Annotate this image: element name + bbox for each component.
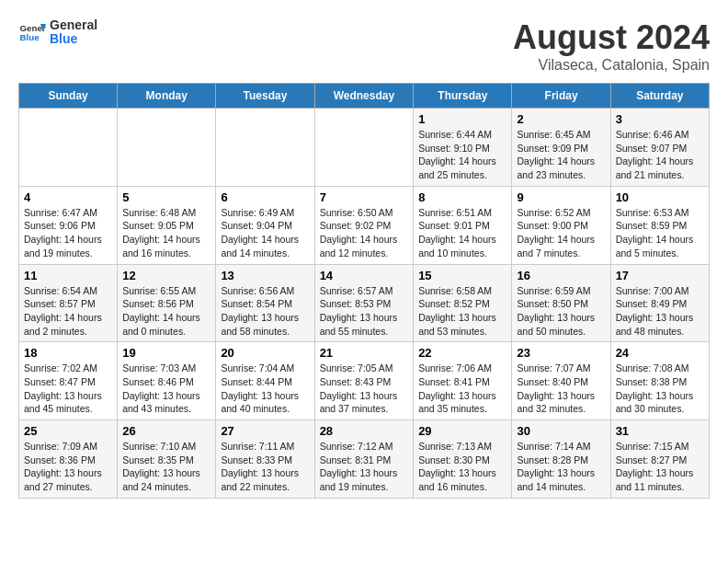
calendar-cell: 15Sunrise: 6:58 AM Sunset: 8:52 PM Dayli… [414, 264, 512, 342]
day-number: 3 [616, 112, 704, 126]
day-info: Sunrise: 7:07 AM Sunset: 8:40 PM Dayligh… [517, 362, 605, 416]
calendar-cell: 22Sunrise: 7:06 AM Sunset: 8:41 PM Dayli… [414, 342, 512, 420]
calendar-cell: 26Sunrise: 7:10 AM Sunset: 8:35 PM Dayli… [118, 420, 216, 499]
day-info: Sunrise: 7:03 AM Sunset: 8:46 PM Dayligh… [122, 362, 210, 416]
svg-text:Blue: Blue [20, 32, 40, 42]
day-info: Sunrise: 7:13 AM Sunset: 8:30 PM Dayligh… [418, 440, 506, 494]
calendar-week-3: 11Sunrise: 6:54 AM Sunset: 8:57 PM Dayli… [19, 264, 710, 342]
logo: General Blue General Blue [18, 18, 97, 47]
calendar-cell: 29Sunrise: 7:13 AM Sunset: 8:30 PM Dayli… [414, 420, 512, 499]
day-number: 9 [517, 190, 605, 204]
calendar-cell: 19Sunrise: 7:03 AM Sunset: 8:46 PM Dayli… [118, 342, 216, 420]
day-number: 26 [122, 424, 210, 438]
day-number: 29 [418, 424, 506, 438]
calendar-cell [19, 109, 118, 187]
day-info: Sunrise: 6:44 AM Sunset: 9:10 PM Dayligh… [418, 128, 506, 182]
logo-icon: General Blue [18, 18, 46, 46]
day-number: 14 [320, 269, 409, 282]
day-number: 21 [320, 346, 409, 360]
day-info: Sunrise: 6:51 AM Sunset: 9:01 PM Dayligh… [418, 206, 506, 260]
calendar-cell: 16Sunrise: 6:59 AM Sunset: 8:50 PM Dayli… [512, 264, 610, 342]
day-number: 31 [616, 424, 704, 438]
day-number: 20 [221, 346, 309, 360]
calendar-cell: 6Sunrise: 6:49 AM Sunset: 9:04 PM Daylig… [216, 186, 314, 264]
day-info: Sunrise: 6:57 AM Sunset: 8:53 PM Dayligh… [320, 284, 409, 339]
day-number: 27 [221, 424, 309, 438]
day-info: Sunrise: 7:02 AM Sunset: 8:47 PM Dayligh… [24, 362, 112, 416]
header-cell-sunday: Sunday [19, 84, 118, 109]
calendar-cell: 17Sunrise: 7:00 AM Sunset: 8:49 PM Dayli… [610, 264, 709, 342]
day-number: 16 [517, 269, 605, 282]
calendar-cell [314, 109, 414, 187]
day-number: 19 [122, 346, 210, 360]
day-number: 23 [517, 346, 605, 360]
day-number: 18 [24, 346, 112, 360]
logo-line2: Blue [50, 32, 97, 46]
calendar-cell: 8Sunrise: 6:51 AM Sunset: 9:01 PM Daylig… [414, 186, 512, 264]
calendar-cell: 10Sunrise: 6:53 AM Sunset: 8:59 PM Dayli… [610, 186, 709, 264]
calendar-cell: 28Sunrise: 7:12 AM Sunset: 8:31 PM Dayli… [314, 420, 414, 499]
calendar-week-2: 4Sunrise: 6:47 AM Sunset: 9:06 PM Daylig… [19, 186, 710, 264]
page-header: General Blue General Blue August 2024 Vi… [18, 18, 710, 74]
calendar-cell: 3Sunrise: 6:46 AM Sunset: 9:07 PM Daylig… [610, 109, 709, 187]
day-number: 17 [616, 269, 704, 282]
header-cell-wednesday: Wednesday [314, 84, 414, 109]
day-number: 30 [517, 424, 605, 438]
day-number: 12 [122, 269, 210, 282]
day-number: 2 [517, 112, 605, 126]
day-number: 5 [122, 190, 210, 204]
day-number: 13 [221, 269, 309, 282]
day-info: Sunrise: 7:05 AM Sunset: 8:43 PM Dayligh… [320, 362, 409, 416]
day-number: 1 [418, 112, 506, 126]
calendar-cell: 4Sunrise: 6:47 AM Sunset: 9:06 PM Daylig… [19, 186, 118, 264]
day-info: Sunrise: 7:06 AM Sunset: 8:41 PM Dayligh… [418, 362, 506, 416]
day-number: 15 [418, 269, 506, 282]
day-info: Sunrise: 6:47 AM Sunset: 9:06 PM Dayligh… [24, 206, 112, 260]
day-number: 4 [24, 190, 112, 204]
day-info: Sunrise: 6:50 AM Sunset: 9:02 PM Dayligh… [320, 206, 409, 260]
day-info: Sunrise: 6:48 AM Sunset: 9:05 PM Dayligh… [122, 206, 210, 260]
day-number: 24 [616, 346, 704, 360]
header-cell-friday: Friday [512, 84, 610, 109]
day-number: 28 [320, 424, 409, 438]
day-info: Sunrise: 6:46 AM Sunset: 9:07 PM Dayligh… [616, 128, 704, 182]
day-info: Sunrise: 7:04 AM Sunset: 8:44 PM Dayligh… [221, 362, 309, 416]
calendar-cell: 7Sunrise: 6:50 AM Sunset: 9:02 PM Daylig… [314, 186, 414, 264]
page-subtitle: Vilaseca, Catalonia, Spain [513, 57, 710, 74]
title-area: August 2024 Vilaseca, Catalonia, Spain [513, 18, 710, 74]
day-info: Sunrise: 6:52 AM Sunset: 9:00 PM Dayligh… [517, 206, 605, 260]
day-info: Sunrise: 6:56 AM Sunset: 8:54 PM Dayligh… [221, 284, 309, 339]
day-number: 22 [418, 346, 506, 360]
day-number: 25 [24, 424, 112, 438]
day-info: Sunrise: 6:58 AM Sunset: 8:52 PM Dayligh… [418, 284, 506, 339]
day-info: Sunrise: 7:08 AM Sunset: 8:38 PM Dayligh… [616, 362, 704, 416]
day-info: Sunrise: 7:12 AM Sunset: 8:31 PM Dayligh… [320, 440, 409, 494]
calendar-cell: 5Sunrise: 6:48 AM Sunset: 9:05 PM Daylig… [118, 186, 216, 264]
day-number: 7 [320, 190, 409, 204]
header-cell-thursday: Thursday [414, 84, 512, 109]
calendar-cell: 20Sunrise: 7:04 AM Sunset: 8:44 PM Dayli… [216, 342, 314, 420]
day-number: 11 [24, 269, 112, 282]
day-info: Sunrise: 7:09 AM Sunset: 8:36 PM Dayligh… [24, 440, 112, 494]
calendar-week-5: 25Sunrise: 7:09 AM Sunset: 8:36 PM Dayli… [19, 420, 710, 499]
day-number: 6 [221, 190, 309, 204]
logo-line1: General [50, 18, 97, 32]
day-number: 8 [418, 190, 506, 204]
header-cell-saturday: Saturday [610, 84, 709, 109]
calendar-week-1: 1Sunrise: 6:44 AM Sunset: 9:10 PM Daylig… [19, 109, 710, 187]
header-cell-tuesday: Tuesday [216, 84, 314, 109]
day-info: Sunrise: 7:11 AM Sunset: 8:33 PM Dayligh… [221, 440, 309, 494]
day-info: Sunrise: 6:45 AM Sunset: 9:09 PM Dayligh… [517, 128, 605, 182]
day-info: Sunrise: 6:49 AM Sunset: 9:04 PM Dayligh… [221, 206, 309, 260]
calendar-body: 1Sunrise: 6:44 AM Sunset: 9:10 PM Daylig… [19, 109, 710, 499]
calendar-cell: 30Sunrise: 7:14 AM Sunset: 8:28 PM Dayli… [512, 420, 610, 499]
calendar-cell: 25Sunrise: 7:09 AM Sunset: 8:36 PM Dayli… [19, 420, 118, 499]
page-title: August 2024 [513, 18, 710, 57]
day-info: Sunrise: 6:54 AM Sunset: 8:57 PM Dayligh… [24, 284, 112, 339]
calendar-cell: 27Sunrise: 7:11 AM Sunset: 8:33 PM Dayli… [216, 420, 314, 499]
calendar-cell: 11Sunrise: 6:54 AM Sunset: 8:57 PM Dayli… [19, 264, 118, 342]
calendar-cell: 21Sunrise: 7:05 AM Sunset: 8:43 PM Dayli… [314, 342, 414, 420]
calendar-cell: 12Sunrise: 6:55 AM Sunset: 8:56 PM Dayli… [118, 264, 216, 342]
calendar-cell: 1Sunrise: 6:44 AM Sunset: 9:10 PM Daylig… [414, 109, 512, 187]
calendar-cell: 2Sunrise: 6:45 AM Sunset: 9:09 PM Daylig… [512, 109, 610, 187]
